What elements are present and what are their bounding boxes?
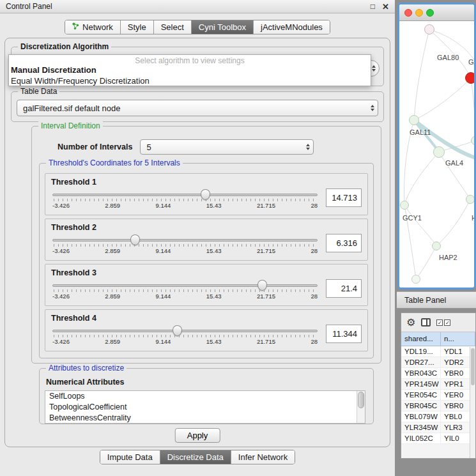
tab-select[interactable]: Select: [154, 20, 192, 34]
gear-icon[interactable]: ⚙: [406, 318, 415, 328]
table-panel-title: Table Panel: [404, 296, 446, 305]
threshold-label: Threshold 3: [45, 265, 367, 277]
threshold-2-value[interactable]: 6.316: [326, 234, 362, 252]
threshold-2-slider[interactable]: -3.4262.8599.14415.4321.71528: [52, 234, 318, 256]
minimize-traffic-light-icon[interactable]: [415, 9, 423, 17]
table-data-group: Table Data galFiltered.sif default node: [11, 91, 384, 122]
threshold-label: Threshold 2: [45, 219, 367, 232]
table-cell: YPR145W: [401, 379, 441, 389]
attribute-item[interactable]: BetweennessCentrality: [45, 413, 365, 424]
table-row[interactable]: YLR345WYLR3: [401, 422, 475, 433]
table-row[interactable]: YBR043CYBR0: [401, 368, 475, 379]
cyni-toolbox-panel: Discretization Algorithm Select algorith…: [4, 38, 390, 447]
threshold-3-slider[interactable]: -3.4262.8599.14415.4321.71528: [52, 279, 318, 301]
scrollbar-thumb[interactable]: [358, 392, 364, 408]
column-header[interactable]: n...: [441, 332, 475, 346]
table-row[interactable]: YBR045CYBR0: [401, 401, 475, 411]
network-node[interactable]: [400, 201, 409, 210]
tick-label: -3.426: [52, 338, 70, 345]
tick-label: 15.43: [206, 202, 222, 209]
tick-label: -3.426: [52, 202, 70, 209]
slider-ticks: [54, 335, 316, 337]
slider-track: [52, 239, 318, 242]
table-row[interactable]: YIL052CYIL0: [401, 433, 475, 444]
control-panel-window: Control Panel □ ✕ Network Style Select C…: [0, 0, 395, 476]
table-scrollbar[interactable]: [470, 347, 475, 458]
tab-jactivemnodules[interactable]: jActiveMNodules: [254, 20, 330, 34]
tick-label: 15.43: [206, 247, 222, 254]
table-cell: YER054C: [401, 390, 441, 400]
dropdown-option-equal-width[interactable]: Equal Width/Frequency Discretization: [9, 75, 371, 86]
tab-label: jActiveMNodules: [261, 22, 323, 32]
network-node[interactable]: [409, 115, 419, 125]
tab-impute-data[interactable]: Impute Data: [100, 450, 160, 464]
combo-stepper-icon: [302, 142, 313, 152]
tick-label: 2.859: [105, 293, 120, 300]
top-tab-bar: Network Style Select Cyni Toolbox jActiv…: [0, 20, 395, 35]
combo-value: galFiltered.sif default node: [17, 104, 367, 113]
network-view-window: GAL80GAGAL11GAL4GCY1HHAP2: [397, 3, 476, 289]
tab-label: Cyni Toolbox: [199, 22, 246, 32]
close-icon[interactable]: ✕: [382, 2, 389, 12]
group-title: Attributes to discretize: [46, 364, 127, 372]
table-row[interactable]: YER054CYER0: [401, 390, 475, 401]
attribute-item[interactable]: TopologicalCoefficient: [45, 402, 365, 413]
tick-label: 9.144: [156, 293, 171, 300]
list-scrollbar[interactable]: [357, 391, 365, 423]
table-row[interactable]: YPR145WYPR1: [401, 379, 475, 390]
numerical-attributes-list[interactable]: SelfLoopsTopologicalCoefficientBetweenne…: [45, 390, 365, 424]
network-window-titlebar: [399, 4, 474, 21]
network-canvas[interactable]: GAL80GAGAL11GAL4GCY1HHAP2: [399, 21, 474, 288]
network-node-label: GCY1: [403, 214, 422, 222]
dropdown-option-manual[interactable]: Manual Discretization: [9, 65, 371, 75]
network-node[interactable]: [465, 72, 474, 84]
tick-label: 21.715: [257, 293, 275, 300]
network-node[interactable]: [411, 275, 420, 284]
close-traffic-light-icon[interactable]: [404, 9, 412, 17]
select-columns-icons[interactable]: ✓ ✓: [436, 319, 450, 326]
attributes-to-discretize-group: Attributes to discretize Numerical Attri…: [39, 368, 374, 424]
tab-infer-network[interactable]: Infer Network: [231, 450, 295, 464]
table-cell: YIL052C: [401, 433, 441, 443]
number-of-intervals-combobox[interactable]: 5: [140, 139, 314, 155]
attribute-item[interactable]: SelfLoops: [45, 391, 365, 402]
threshold-1-slider[interactable]: -3.4262.8599.14415.4321.71528: [52, 188, 318, 210]
zoom-traffic-light-icon[interactable]: [426, 9, 434, 17]
tab-cyni-toolbox[interactable]: Cyni Toolbox: [192, 20, 254, 34]
scrollbar-thumb[interactable]: [471, 348, 475, 385]
tick-label: 9.144: [156, 247, 171, 254]
float-window-icon[interactable]: □: [371, 2, 375, 11]
tick-label: 28: [311, 293, 318, 300]
tab-discretize-data[interactable]: Discretize Data: [160, 450, 231, 464]
network-node[interactable]: [432, 242, 441, 250]
threshold-4-value[interactable]: 11.344: [326, 325, 362, 343]
checkbox-icon[interactable]: ✓: [436, 319, 443, 326]
table-row[interactable]: YBL079WYBL0: [401, 411, 475, 422]
table-row[interactable]: YDR27...YDR2: [401, 357, 475, 368]
threshold-4-slider[interactable]: -3.4262.8599.14415.4321.71528: [52, 325, 318, 346]
group-title: Discretization Algorithm: [18, 42, 111, 51]
dropdown-prompt: Select algorithm to view settings: [9, 55, 371, 65]
threshold-4-box: Threshold 4 -3.4262.8599.14415.4321.7152…: [45, 309, 368, 351]
table-cell: YDL19...: [401, 346, 441, 357]
table-panel-header[interactable]: Table Panel: [397, 291, 476, 309]
tab-style[interactable]: Style: [121, 20, 154, 34]
threshold-3-value[interactable]: 21.4: [326, 279, 362, 298]
slider-track: [52, 330, 318, 332]
checkbox-icon[interactable]: ✓: [444, 319, 450, 326]
tab-network[interactable]: Network: [65, 20, 121, 34]
apply-button[interactable]: Apply: [175, 428, 220, 443]
threshold-1-value[interactable]: 14.713: [326, 188, 362, 207]
columns-icon[interactable]: [421, 318, 431, 326]
table-cell: YBL079W: [401, 411, 441, 422]
interval-definition-group: Interval Definition Number of Intervals …: [31, 126, 381, 364]
network-node[interactable]: [424, 24, 434, 35]
slider-track: [52, 284, 318, 287]
table-cell: YBR043C: [401, 368, 441, 378]
column-header[interactable]: shared...: [401, 332, 441, 346]
table-data-combobox[interactable]: galFiltered.sif default node: [17, 100, 378, 116]
network-node[interactable]: [433, 146, 445, 158]
network-node[interactable]: [466, 195, 474, 204]
table-row[interactable]: YDL19...YDL1: [401, 346, 475, 357]
tick-label: 28: [311, 247, 318, 254]
